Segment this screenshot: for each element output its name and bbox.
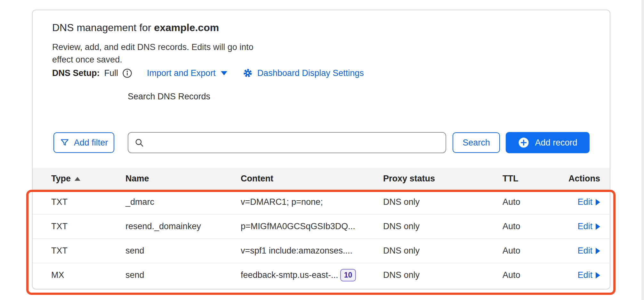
column-header-actions: Actions <box>568 174 600 184</box>
edit-record-button[interactable]: Edit <box>577 246 600 256</box>
cell-ttl: Auto <box>503 221 565 231</box>
plus-circle-icon <box>518 137 529 148</box>
import-export-label: Import and Export <box>147 68 216 78</box>
cell-proxy-status: DNS only <box>383 197 503 207</box>
cell-name: resend._domainkey <box>125 221 241 231</box>
chevron-right-icon <box>596 199 600 205</box>
column-header-ttl[interactable]: TTL <box>503 174 565 184</box>
page-title: DNS management for example.com <box>52 22 219 34</box>
column-header-type[interactable]: Type <box>51 174 125 184</box>
table-header-row: Type Name Content Proxy status TTL Actio… <box>33 168 610 190</box>
add-record-button[interactable]: Add record <box>506 132 590 153</box>
filter-icon <box>60 138 69 147</box>
info-icon[interactable] <box>122 68 132 78</box>
search-button[interactable]: Search <box>453 132 500 153</box>
dns-records-table: Type Name Content Proxy status TTL Actio… <box>33 168 610 289</box>
add-filter-button[interactable]: Add filter <box>53 132 114 153</box>
cell-proxy-status: DNS only <box>383 270 503 280</box>
cell-content: v=spf1 include:amazonses.... <box>241 246 352 256</box>
add-filter-label: Add filter <box>74 138 108 148</box>
column-header-content[interactable]: Content <box>241 174 383 184</box>
cell-content: feedback-smtp.us-east-... <box>241 270 338 280</box>
cell-name: send <box>125 246 241 256</box>
search-input[interactable] <box>128 132 446 153</box>
page-subtitle: Review, add, and edit DNS records. Edits… <box>52 41 265 66</box>
table-row: TXT _dmarc v=DMARC1; p=none; DNS only Au… <box>33 190 610 214</box>
dns-setup-label: DNS Setup: <box>52 68 100 78</box>
cell-type: TXT <box>51 221 125 231</box>
cell-ttl: Auto <box>503 197 565 207</box>
cell-type: MX <box>51 270 125 280</box>
edit-record-button[interactable]: Edit <box>577 270 600 280</box>
dashboard-display-settings-label: Dashboard Display Settings <box>257 68 364 78</box>
dns-setup-row: DNS Setup: Full Import and Export Dashbo… <box>52 68 364 78</box>
toolbar: Add filter Search Add record <box>53 132 590 153</box>
chevron-right-icon <box>596 223 600 230</box>
search-box <box>128 132 446 153</box>
chevron-down-icon <box>221 71 227 75</box>
sort-ascending-icon <box>75 177 80 181</box>
cell-ttl: Auto <box>503 270 565 280</box>
table-row: TXT resend._domainkey p=MIGfMA0GCSqGSIb3… <box>33 214 610 238</box>
cell-proxy-status: DNS only <box>383 221 503 231</box>
priority-badge: 10 <box>340 269 356 281</box>
search-button-label: Search <box>463 138 490 148</box>
gear-icon <box>243 68 253 78</box>
cell-proxy-status: DNS only <box>383 246 503 256</box>
edit-record-button[interactable]: Edit <box>577 197 600 207</box>
cell-name: send <box>125 270 241 280</box>
page-title-domain: example.com <box>154 22 219 33</box>
scrollbar-gutter[interactable] <box>641 0 644 300</box>
column-header-proxy-status[interactable]: Proxy status <box>383 174 503 184</box>
dns-setup-value: Full <box>104 68 118 78</box>
cell-ttl: Auto <box>503 246 565 256</box>
cell-name: _dmarc <box>125 197 241 207</box>
column-header-name[interactable]: Name <box>125 174 241 184</box>
chevron-right-icon <box>596 272 600 279</box>
import-export-link[interactable]: Import and Export <box>147 68 227 78</box>
dns-management-card: DNS management for example.com Review, a… <box>32 10 610 289</box>
page-title-prefix: DNS management for <box>52 22 154 33</box>
cell-type: TXT <box>51 197 125 207</box>
chevron-right-icon <box>596 248 600 254</box>
add-record-label: Add record <box>535 138 577 148</box>
cell-content: v=DMARC1; p=none; <box>241 197 323 207</box>
table-row: TXT send v=spf1 include:amazonses.... DN… <box>33 238 610 263</box>
dashboard-display-settings-link[interactable]: Dashboard Display Settings <box>243 68 364 78</box>
cell-content: p=MIGfMA0GCSqGSIb3DQ... <box>241 221 355 231</box>
edit-record-button[interactable]: Edit <box>577 221 600 231</box>
search-dns-records-label: Search DNS Records <box>128 92 210 102</box>
cell-type: TXT <box>51 246 125 256</box>
table-row: MX send feedback-smtp.us-east-... 10 DNS… <box>33 263 610 287</box>
